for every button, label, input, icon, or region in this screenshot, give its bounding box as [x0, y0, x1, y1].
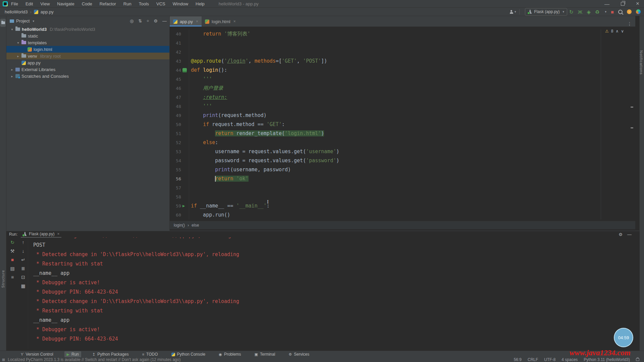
tab-options-icon[interactable]: ⋮ — [624, 21, 635, 26]
project-tree[interactable]: ▾helloWorld3D:\flaskPro\helloWorld3stati… — [6, 26, 169, 79]
chevron-right-icon[interactable]: ▸ — [10, 68, 14, 71]
run-console[interactable]: * Detected change in 'D:\\flaskPro\\hell… — [28, 237, 632, 350]
soft-wrap-icon[interactable]: ↵ — [21, 257, 25, 262]
status-56-9[interactable]: 56:9 — [514, 357, 522, 362]
prev-problem-icon[interactable]: ∧ — [615, 29, 619, 34]
print-icon[interactable]: ⊡ — [21, 275, 25, 280]
collapse-all-icon[interactable]: ÷ — [147, 18, 149, 23]
menu-file[interactable]: File — [11, 1, 18, 6]
structure-stripe-button[interactable]: Structure — [1, 270, 5, 288]
status-crlf[interactable]: CRLF — [528, 357, 538, 362]
hide-icon[interactable]: — — [627, 232, 632, 237]
update-icon[interactable]: ↑ — [627, 9, 632, 14]
tree-item-helloworld3[interactable]: ▾helloWorld3D:\flaskPro\helloWorld3 — [6, 26, 169, 33]
toolwindow-button-todo[interactable]: ≡TODO — [140, 351, 160, 357]
breadcrumb-login[interactable]: login() — [174, 223, 185, 228]
rerun-icon[interactable]: ↻ — [10, 240, 14, 245]
toolwindow-button-services[interactable]: ⚙Services — [286, 351, 312, 357]
toolwindow-button-python-console[interactable]: Python Console — [169, 351, 208, 357]
inspections-widget[interactable]: ⚠ 8 ∧ ∨ — [605, 29, 624, 34]
status-python-3-11-helloworld3[interactable]: Python 3.11 (helloWorld3) — [584, 357, 630, 362]
scroll-end-icon[interactable]: ≣ — [21, 266, 25, 271]
lock-icon[interactable] — [636, 358, 639, 361]
tree-item-templates[interactable]: ▾templates — [6, 39, 169, 46]
menu-view[interactable]: View — [40, 1, 50, 6]
project-stripe-button[interactable] — [0, 19, 6, 27]
project-view-select[interactable]: Project ▾ — [10, 18, 34, 23]
menu-code[interactable]: Code — [82, 1, 92, 6]
tree-item-venv[interactable]: ▸venvlibrary root — [6, 53, 169, 59]
minimize-button[interactable]: — — [604, 1, 609, 7]
stop-icon[interactable]: ■ — [611, 9, 614, 14]
next-problem-icon[interactable]: ∨ — [621, 29, 624, 34]
line-number: 51 — [170, 129, 181, 138]
editor-tab-app-py[interactable]: app.py× — [170, 16, 202, 26]
tree-item-app-py[interactable]: app.py — [6, 59, 169, 66]
menu-tools[interactable]: Tools — [139, 1, 149, 6]
menu-help[interactable]: Help — [196, 1, 205, 6]
expand-collapse-icon[interactable]: ⇅ — [138, 18, 142, 23]
run-gutter-icon[interactable]: ▶ — [182, 201, 185, 210]
menu-window[interactable]: Window — [173, 1, 188, 6]
flask-route-gutter-icon[interactable] — [182, 68, 187, 72]
breadcrumb-file[interactable]: app.py — [41, 9, 54, 14]
editor-tab-login-html[interactable]: login.html× — [202, 16, 239, 26]
locate-icon[interactable]: ◎ — [130, 18, 133, 23]
gear-icon[interactable]: ⚙ — [619, 232, 623, 237]
scrollbar-mark — [631, 127, 633, 128]
code-text: print(request.method) — [191, 111, 267, 120]
tree-item-static[interactable]: static — [6, 33, 169, 39]
notifications-stripe-button[interactable]: Notifications — [639, 50, 643, 75]
toolwindow-button-version-control[interactable]: ƳVersion Control — [18, 351, 56, 357]
menu-vcs[interactable]: VCS — [156, 1, 165, 6]
code-text: app.run() — [191, 210, 230, 220]
hide-icon[interactable]: — — [162, 18, 167, 23]
breadcrumb-project[interactable]: helloWorld3 — [5, 9, 28, 14]
tree-item-external-libraries[interactable]: ▸External Libraries — [6, 66, 169, 73]
run-configuration-select[interactable]: Flask (app.py) ▾ — [525, 8, 567, 16]
close-icon[interactable]: × — [196, 19, 198, 24]
coverage-icon[interactable]: ◈ — [587, 9, 591, 14]
close-button[interactable]: × — [636, 0, 639, 7]
close-icon[interactable]: × — [233, 19, 236, 24]
layout-icon[interactable]: ▤ — [10, 266, 14, 271]
restore-button[interactable] — [621, 2, 625, 6]
clear-icon[interactable]: ▦ — [21, 284, 25, 288]
tree-item-scratches-and-consoles[interactable]: ▸Scratches and Consoles — [6, 73, 169, 79]
stop-icon[interactable]: ■ — [11, 257, 14, 262]
search-everywhere-icon[interactable] — [618, 10, 623, 14]
gear-icon[interactable]: ⚙ — [154, 18, 158, 23]
ide-info-icon[interactable] — [636, 9, 641, 14]
close-icon[interactable]: × — [57, 232, 59, 236]
toolwindow-button-terminal[interactable]: ▣Terminal — [252, 351, 278, 357]
settings-icon[interactable]: ⚒ — [10, 249, 15, 253]
tool-window-switcher-icon[interactable]: ⊞ — [2, 358, 5, 362]
tree-item-login-html[interactable]: login.html — [6, 46, 169, 53]
menu-refactor[interactable]: Refactor — [100, 1, 116, 6]
chevron-right-icon[interactable]: ▸ — [10, 74, 14, 78]
toolwindow-button-python-packages[interactable]: ↥Python Packages — [90, 351, 131, 357]
toolwindow-button-run[interactable]: ▶Run — [64, 351, 81, 357]
chevron-down-icon[interactable]: ▾ — [16, 41, 20, 45]
status-4-spaces[interactable]: 4 spaces — [561, 357, 578, 362]
down-stack-icon[interactable]: ↓ — [22, 249, 24, 253]
menu-edit[interactable]: Edit — [25, 1, 33, 6]
menu-run[interactable]: Run — [123, 1, 131, 6]
profile-icon[interactable] — [509, 10, 514, 14]
status-message[interactable]: Localized PyCharm 2023.1.3 is available … — [8, 357, 180, 362]
toolwindow-button-problems[interactable]: ◉Problems — [216, 351, 243, 357]
run-tab[interactable]: Flask (app.py) × — [21, 231, 61, 238]
breadcrumb-else[interactable]: else — [192, 223, 199, 228]
more-icon[interactable]: ≡ — [11, 275, 14, 280]
chevron-down-icon[interactable]: ▾ — [10, 27, 14, 31]
code-editor[interactable]: I 40 return '博客列表'414243@app.route('/log… — [170, 29, 635, 221]
up-stack-icon[interactable]: ↑ — [22, 240, 24, 245]
chevron-right-icon[interactable]: ▸ — [16, 54, 20, 58]
debug-icon[interactable]: Ж — [578, 9, 583, 14]
status-utf-8[interactable]: UTF-8 — [544, 357, 555, 362]
rerun-icon[interactable]: ↻ — [569, 9, 574, 14]
restart-icon[interactable]: ♻ — [595, 9, 599, 14]
editor-scrollbar[interactable] — [635, 16, 639, 231]
menu-navigate[interactable]: Navigate — [57, 1, 74, 6]
run-header-icons: ⚙— — [619, 232, 640, 237]
